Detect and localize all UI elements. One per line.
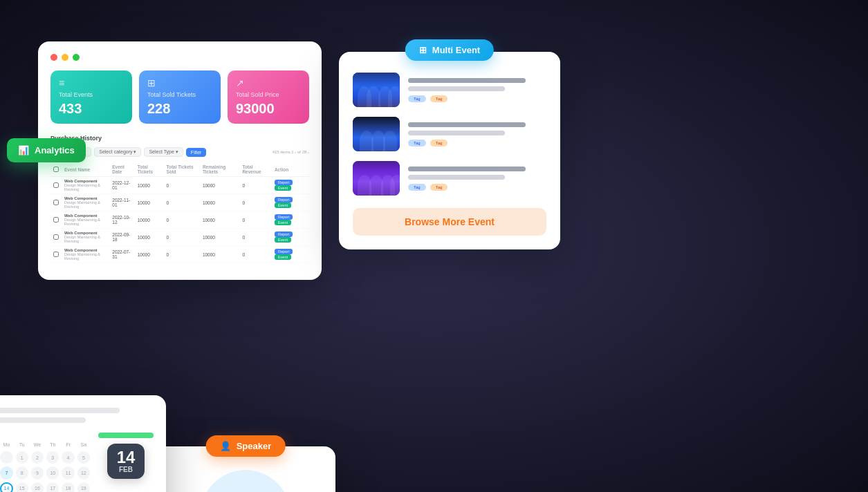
cal-day-cell[interactable]: 4 — [62, 451, 74, 464]
tag-blue-1: Tag — [408, 95, 426, 102]
event-button[interactable]: Event — [275, 220, 291, 225]
tag-blue-3: Tag — [408, 184, 426, 191]
tickets-value: 228 — [147, 101, 212, 117]
cal-empty-cell — [0, 451, 12, 464]
events-value: 433 — [59, 101, 124, 117]
event-sub-cell: Design Maintaining & Revising — [64, 200, 107, 209]
event-sub-cell: Design Maintaining & Revising — [64, 218, 107, 226]
report-button[interactable]: Report — [275, 231, 293, 237]
event-date-cell: 2022-12-01 — [109, 177, 134, 194]
multi-event-badge: ⊞ Multi Event — [405, 39, 494, 61]
analytics-badge-label: Analytics — [35, 145, 75, 155]
event-row-3: Tag Tag — [353, 161, 546, 196]
window-controls — [50, 54, 309, 61]
filter-category[interactable]: Select category ▾ — [94, 147, 141, 157]
calendar-card: SuMoTuWeThFrSa12345678910111213141516171… — [0, 395, 166, 492]
purchase-history-title: Purchase History — [50, 135, 309, 142]
cal-day-cell[interactable]: 9 — [31, 466, 44, 479]
revenue-cell: 0 — [239, 246, 272, 263]
event-button[interactable]: Event — [275, 237, 291, 243]
tickets-cell: 10000 — [135, 194, 164, 211]
sold-cell: 0 — [163, 177, 199, 194]
cal-day-cell[interactable]: 16 — [31, 482, 44, 492]
revenue-cell: 0 — [239, 194, 272, 211]
col-remaining: Remaining Tickets — [200, 162, 240, 177]
cal-day-header: Th — [46, 441, 59, 448]
maximize-dot — [73, 54, 80, 61]
report-button[interactable]: Report — [275, 249, 293, 254]
filter-row: Select Event ▾ Select category ▾ Select … — [50, 147, 309, 157]
event-row-1: Tag Tag — [353, 73, 546, 107]
cal-day-cell[interactable]: 5 — [77, 451, 90, 464]
event-title-line-3 — [408, 167, 526, 171]
svg-point-0 — [201, 470, 290, 492]
action-cell: Report Event — [272, 177, 309, 194]
table-row: Web Component Design Maintaining & Revis… — [50, 211, 309, 229]
cal-day-header: Mo — [0, 441, 12, 448]
revenue-value: 93000 — [236, 101, 301, 117]
cal-day-cell[interactable]: 8 — [16, 466, 28, 479]
cal-day-cell[interactable]: 18 — [62, 482, 74, 492]
remaining-cell: 10000 — [200, 194, 240, 211]
filter-button[interactable]: Filter — [186, 148, 207, 157]
speaker-portrait: SCIEN — [201, 470, 290, 492]
report-button[interactable]: Report — [275, 197, 293, 202]
event-desc-line — [408, 86, 505, 91]
report-button[interactable]: Report — [275, 180, 293, 185]
tag-orange-1: Tag — [430, 95, 448, 102]
event-sub-cell: Design Maintaining & Revising — [64, 252, 107, 261]
cal-day-cell[interactable]: 12 — [77, 466, 90, 479]
stat-card-events: ≡ Total Events 433 — [50, 70, 132, 124]
report-button[interactable]: Report — [275, 214, 293, 220]
revenue-icon: ↗ — [236, 77, 301, 88]
calendar-top-lines — [0, 408, 154, 423]
cal-day-header: We — [31, 441, 44, 448]
event-lines-1: Tag Tag — [408, 78, 546, 102]
event-button[interactable]: Event — [275, 185, 291, 191]
tickets-icon: ⊞ — [147, 77, 212, 88]
table-row: Web Component Design Maintaining & Revis… — [50, 246, 309, 263]
event-date-cell: 2022-11-01 — [109, 194, 134, 211]
cal-day-header: Fr — [62, 441, 74, 448]
remaining-cell: 10000 — [200, 211, 240, 229]
event-button[interactable]: Event — [275, 254, 291, 260]
event-tags-3: Tag Tag — [408, 184, 546, 191]
concert-crowd-2 — [353, 117, 400, 151]
table-row: Web Component Design Maintaining & Revis… — [50, 177, 309, 194]
action-cell: Report Event — [272, 229, 309, 246]
event-button[interactable]: Event — [275, 202, 291, 208]
cal-day-cell[interactable]: 3 — [46, 451, 59, 464]
col-event-date: Event Date — [109, 162, 134, 177]
cal-day-cell[interactable]: 15 — [16, 482, 28, 492]
event-sub-cell: Design Maintaining & Revising — [64, 235, 107, 243]
cal-day-cell[interactable]: 2 — [31, 451, 44, 464]
event-tags-2: Tag Tag — [408, 140, 546, 146]
revenue-cell: 0 — [239, 177, 272, 194]
remaining-cell: 10000 — [200, 246, 240, 263]
cal-day-cell[interactable]: 11 — [62, 466, 74, 479]
cal-day-cell[interactable]: 17 — [46, 482, 59, 492]
event-thumb-1 — [353, 73, 400, 107]
event-lines-2: Tag Tag — [408, 122, 546, 146]
speaker-card: 👤 Speaker SCIEN Michael Anthony C — [156, 446, 335, 492]
cal-green-bar — [98, 433, 154, 438]
pagination-info: 415 items 1 › of 28 › — [273, 150, 309, 154]
analytics-badge-icon: 📊 — [18, 145, 29, 155]
tickets-label: Total Sold Tickets — [147, 91, 212, 98]
cal-day-cell[interactable]: 19 — [77, 482, 90, 492]
action-cell: Report Event — [272, 211, 309, 229]
cal-day-cell[interactable]: 10 — [46, 466, 59, 479]
cal-day-header: Tu — [16, 441, 28, 448]
concert-crowd-3 — [353, 161, 400, 196]
tickets-cell: 10000 — [135, 177, 164, 194]
calendar-grid: SuMoTuWeThFrSa12345678910111213141516171… — [0, 441, 90, 492]
cal-day-cell[interactable]: 1 — [16, 451, 28, 464]
calendar-month: FEB — [117, 466, 136, 473]
concert-crowd-1 — [353, 73, 400, 107]
event-desc-line-2 — [408, 131, 505, 135]
cal-line-1 — [0, 408, 120, 413]
cal-day-cell[interactable]: 7 — [0, 466, 12, 479]
filter-type[interactable]: Select Type ▾ — [144, 147, 183, 157]
browse-more-button[interactable]: Browse More Event — [353, 208, 546, 236]
cal-day-cell[interactable]: 14 — [0, 482, 12, 492]
